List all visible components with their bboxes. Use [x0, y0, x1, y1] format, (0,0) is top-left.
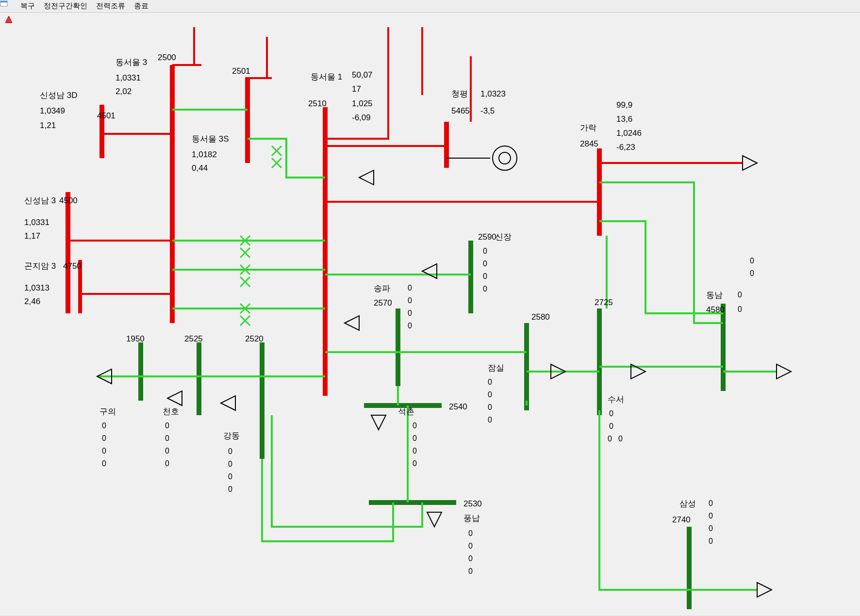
- bus-dongnam-v2: 0: [750, 268, 754, 279]
- bus-songpa-v1: 0: [408, 282, 412, 294]
- bus-samseong-v2: 0: [709, 510, 713, 522]
- bus-sinseongnam3d-v: 1,0349: [40, 105, 65, 117]
- bus-garak-v1: 99,9: [616, 99, 632, 112]
- bus-sinjang-v1: 0: [483, 245, 487, 257]
- bus-songpa-v3: 0: [408, 308, 412, 319]
- bus-dongseoul3s-p: 0,44: [192, 162, 208, 175]
- bus-suseo-id: 2725: [595, 296, 613, 309]
- bus-cheonho-id: 2525: [184, 333, 203, 345]
- bus-dongseoul1-v2: 17: [352, 83, 361, 96]
- bus-seokchon-v2: 0: [413, 433, 417, 444]
- bus-cheongpyeong-name: 청평: [451, 88, 468, 100]
- bus-dongseoul3-id: 2500: [158, 51, 176, 64]
- bus-cheonho-v1: 0: [165, 420, 169, 432]
- arrow-icon: [359, 170, 374, 185]
- bus-sinjang-v3: 0: [483, 271, 487, 282]
- menu-restore[interactable]: 복구: [20, 1, 35, 11]
- bus-songpa-v4: 0: [408, 320, 412, 332]
- bus-guui-v3: 0: [102, 445, 106, 457]
- bus-seokchon-v4: 0: [413, 458, 417, 470]
- bus-jamsil-v4: 0: [488, 414, 492, 426]
- bus-seokchon-v3: 0: [413, 445, 417, 457]
- bus-dongseoul3s-v: 1,0182: [192, 148, 217, 161]
- bus-samseong-v3: 0: [709, 523, 713, 535]
- network-svg: [0, 13, 860, 615]
- bus-gangdong-v4: 0: [228, 484, 232, 495]
- bus-suseo-v1: 0: [609, 408, 613, 420]
- bus-dongseoul3s-name: 동서울 3S: [192, 133, 229, 146]
- menu-check-outage[interactable]: 정전구간확인: [44, 1, 87, 11]
- bus-gangdong-id: 2520: [245, 333, 264, 345]
- bus-cheonho-v4: 0: [165, 458, 169, 470]
- bus-sinseongnam3-name: 신성남 3: [24, 195, 56, 207]
- svg-point-62: [499, 152, 511, 164]
- bus-sinseongnam3d-name: 신성남 3D: [40, 89, 77, 102]
- bus-songpa-name: 송파: [374, 282, 390, 295]
- bus-gangdong-name: 강동: [223, 430, 240, 442]
- bus-cheongpyeong-p: -3,5: [480, 105, 495, 117]
- svg-point-61: [493, 146, 517, 170]
- bus-samseong-v4: 0: [709, 535, 713, 547]
- bus-guui-name: 구의: [99, 405, 116, 418]
- bus-suseo-v2: 0: [609, 421, 613, 432]
- bus-cheonho-name: 천호: [163, 405, 179, 418]
- bus-seokchon-name: 석촌: [398, 405, 414, 418]
- bus-sinjang-name: 신장: [495, 231, 512, 243]
- bus-pungnap-v2: 0: [468, 540, 473, 552]
- bus-dongnam-v4: 0: [738, 304, 742, 315]
- bus-garak-id: 2845: [580, 138, 598, 150]
- bus-jamsil-v3: 0: [488, 402, 492, 413]
- bus-pungnap-name: 풍납: [463, 512, 480, 525]
- bus-dongseoul1-v1: 50,07: [352, 69, 373, 81]
- bus-seokchon-v1: 0: [413, 420, 417, 432]
- menu-exit[interactable]: 종료: [134, 1, 149, 11]
- app-icon: [3, 2, 12, 11]
- diagram-canvas: 신성남 3D 1,0349 1,21 4501 신성남 3 4500 1,033…: [0, 13, 860, 615]
- bus-jamsil-v2: 0: [488, 389, 492, 401]
- bus-sinseongnam3-p: 1,17: [24, 230, 40, 243]
- bus-gonjiam3-v: 1,0313: [24, 282, 50, 294]
- bus-gangdong-v2: 0: [228, 458, 232, 470]
- bus-jamsil-name: 잠실: [488, 362, 504, 374]
- bus-dongseoul1-id: 2510: [308, 97, 327, 110]
- bus-sinseongnam3-id: 4500: [59, 195, 78, 207]
- bus-seokchon-id: 2540: [449, 401, 467, 413]
- bus-pungnap-id: 2530: [463, 498, 482, 510]
- menubar: 복구 정전구간확인 전력조류 종료: [0, 0, 860, 13]
- bus-gonjiam3-name: 곤지암 3: [24, 260, 56, 273]
- bus-songpa-id: 2570: [374, 297, 392, 309]
- bus-pungnap-v4: 0: [468, 566, 473, 577]
- menu-power-flow[interactable]: 전력조류: [96, 1, 125, 11]
- bus-garak-v3: 1,0246: [616, 127, 642, 140]
- bus-cheonho-v3: 0: [165, 445, 169, 457]
- bus-sinseongnam3d-id: 4501: [97, 110, 116, 122]
- bus-garak-name: 가락: [580, 122, 596, 134]
- bus-dongnam-name: 동남: [706, 289, 723, 302]
- bus-garak-v2: 13,6: [616, 113, 632, 126]
- bus-dongnam-id: 4580: [706, 304, 725, 316]
- bus-jamsil-id: 2580: [531, 311, 550, 324]
- bus-sinjang-v4: 0: [483, 283, 487, 295]
- bus-guui-v4: 0: [102, 458, 106, 470]
- bus-sinjang-id: 2590: [478, 231, 496, 243]
- bus-dongseoul3s-id: 2501: [232, 65, 250, 78]
- bus-suseo-name: 수서: [608, 393, 624, 406]
- bus-samseong-id: 2740: [672, 514, 691, 526]
- bus-guui-v2: 0: [102, 433, 106, 444]
- bus-suseo-v3: 0: [608, 433, 612, 445]
- bus-jamsil-v1: 0: [488, 376, 492, 388]
- bus-dongnam-v3: 0: [738, 289, 742, 301]
- bus-songpa-v2: 0: [408, 295, 412, 307]
- bus-garak-v4: -6,23: [616, 141, 635, 154]
- bus-dongseoul1-v3: 1,025: [352, 97, 373, 110]
- bus-cheongpyeong-v: 1,0323: [480, 88, 506, 100]
- bus-sinseongnam3d-p: 1,21: [40, 119, 56, 132]
- bus-samseong-v1: 0: [709, 498, 713, 509]
- bus-sinjang-v2: 0: [483, 258, 487, 270]
- bus-gangdong-v1: 0: [228, 446, 232, 457]
- bus-dongnam-v1: 0: [750, 255, 754, 267]
- bus-dongseoul3-p: 2,02: [116, 85, 132, 98]
- bus-gangdong-v3: 0: [228, 471, 232, 483]
- svg-rect-1: [0, 1, 7, 2]
- bus-gonjiam3-id: 4750: [63, 260, 82, 273]
